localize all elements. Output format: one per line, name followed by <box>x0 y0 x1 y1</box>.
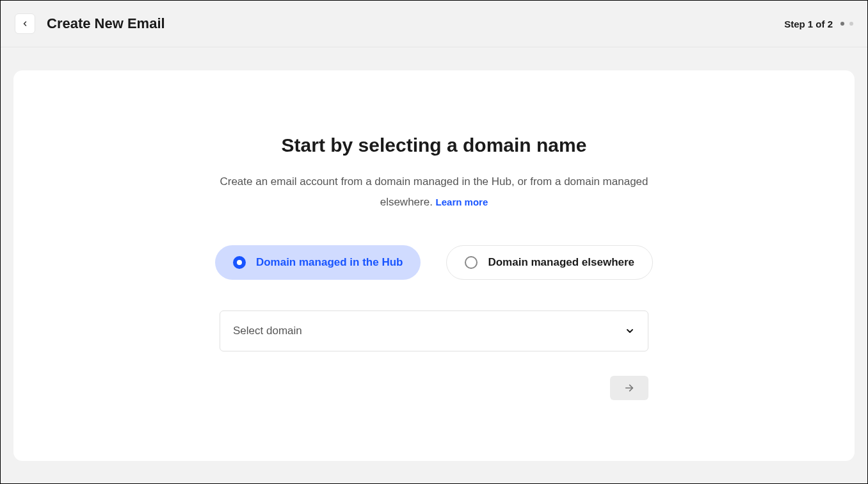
step-dot-active <box>840 22 844 26</box>
arrow-right-icon <box>624 383 634 393</box>
description: Create an email account from a domain ma… <box>197 172 671 213</box>
page-title: Create New Email <box>47 15 165 32</box>
header-left: Create New Email <box>15 13 165 34</box>
content: Start by selecting a domain name Create … <box>197 134 671 400</box>
step-dot-inactive <box>849 22 853 26</box>
step-dots <box>840 22 853 26</box>
option-domain-hub[interactable]: Domain managed in the Hub <box>215 245 421 280</box>
learn-more-link[interactable]: Learn more <box>436 197 488 207</box>
back-button[interactable] <box>15 13 35 34</box>
step-indicator: Step 1 of 2 <box>784 19 833 29</box>
page-header: Create New Email Step 1 of 2 <box>1 1 867 47</box>
chevron-left-icon <box>21 20 29 28</box>
main-card: Start by selecting a domain name Create … <box>13 70 855 461</box>
header-right: Step 1 of 2 <box>784 19 853 29</box>
option-label: Domain managed in the Hub <box>256 256 403 269</box>
main-heading: Start by selecting a domain name <box>197 134 671 156</box>
radio-unselected-icon <box>465 256 478 269</box>
chevron-down-icon <box>625 326 635 336</box>
domain-select[interactable]: Select domain <box>220 311 648 351</box>
radio-selected-icon <box>233 256 246 269</box>
actions <box>220 376 648 400</box>
next-button[interactable] <box>610 376 648 400</box>
option-label: Domain managed elsewhere <box>488 256 634 269</box>
description-text: Create an email account from a domain ma… <box>220 175 648 208</box>
domain-options: Domain managed in the Hub Domain managed… <box>197 245 671 280</box>
select-wrapper: Select domain <box>220 311 648 351</box>
select-placeholder: Select domain <box>233 325 302 337</box>
option-domain-elsewhere[interactable]: Domain managed elsewhere <box>446 245 653 280</box>
